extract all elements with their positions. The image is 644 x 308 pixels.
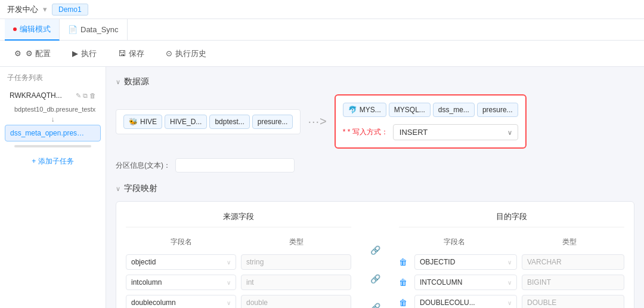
mapping-divider: 🔗 🔗 🔗 — [363, 211, 387, 308]
field-mapping-table: 来源字段 字段名 类型 objectid ∨ string — [116, 201, 634, 308]
datasource-header: ∨ 数据源 — [116, 76, 634, 87]
source-tag-presure[interactable]: presure... — [252, 115, 293, 129]
partition-label: 分区信息(文本)： — [116, 161, 171, 171]
target-row-0: 🗑 OBJECTID ∨ VARCHAR — [399, 254, 624, 270]
target-name-1[interactable]: INTCOLUMN ∨ — [414, 275, 517, 290]
source-name-1[interactable]: intcolumn ∨ — [126, 275, 236, 290]
active-item-name: dss_meta_open.presure_t... — [10, 129, 88, 137]
chevron-icon: ∨ — [507, 259, 512, 266]
edit-icon[interactable]: ✎ — [76, 92, 81, 100]
field-mapping-toggle[interactable]: ∨ — [116, 185, 120, 193]
partition-row: 分区信息(文本)： — [116, 158, 634, 173]
link-icon-2[interactable]: 🔗 — [370, 303, 380, 308]
source-tag-hived[interactable]: HIVE_D... — [165, 115, 207, 129]
history-icon: ⊙ — [166, 49, 172, 58]
target-name-2[interactable]: DOUBLECOLU... ∨ — [414, 295, 517, 308]
chevron-icon: ∨ — [227, 279, 231, 286]
chevron-icon: ∨ — [227, 259, 231, 266]
copy-icon[interactable]: ⧉ — [83, 92, 88, 100]
source-type-header: 类型 — [241, 235, 351, 250]
sidebar-sub-label: bdptest10_db.presure_testx — [5, 104, 100, 114]
target-row-1: 🗑 INTCOLUMN ∨ BIGINT — [399, 275, 624, 290]
tab-datasync[interactable]: 📄 Data_Sync — [60, 19, 128, 41]
source-tag-bdptest[interactable]: bdptest... — [209, 115, 249, 129]
delete-row-0[interactable]: 🗑 — [399, 257, 407, 267]
source-row-1: intcolumn ∨ int — [126, 275, 351, 290]
target-tag-mys[interactable]: 🐬 MYS... — [343, 103, 386, 117]
datasource-toggle[interactable]: ∨ — [116, 78, 120, 86]
write-mode-select-wrapper: INSERT REPLACE UPDATE ∨ — [393, 124, 518, 140]
partition-input[interactable] — [175, 158, 295, 173]
target-col: 目的字段 字段名 类型 🗑 OBJECTID ∨ VARCHAR — [399, 211, 624, 308]
save-button[interactable]: 🖫 保存 — [113, 46, 149, 61]
main-layout: 子任务列表 RWKRAAQTH... ✎ ⧉ 🗑 bdptest10_db.pr… — [0, 67, 644, 308]
config-button[interactable]: ⚙ ⚙ 配置 — [10, 46, 55, 61]
play-icon: ▶ — [72, 49, 78, 58]
item-name: RWKRAAQTH... — [10, 91, 62, 100]
target-col-header: 目的字段 — [399, 211, 624, 227]
target-type-1: BIGINT — [522, 275, 624, 290]
source-col-header: 来源字段 — [126, 211, 351, 227]
source-tag-hive[interactable]: 🐝 HIVE — [123, 115, 162, 129]
source-col: 来源字段 字段名 类型 objectid ∨ string — [126, 211, 351, 308]
target-tag-mysql[interactable]: MYSQL... — [389, 103, 431, 117]
target-type-header: 类型 — [514, 235, 624, 250]
write-mode-select[interactable]: INSERT REPLACE UPDATE — [393, 124, 518, 140]
target-subheaders: 字段名 类型 — [399, 235, 624, 250]
dot-indicator — [13, 27, 17, 31]
gear-icon: ⚙ — [14, 49, 21, 58]
target-box: 🐬 MYS... MYSQL... dss_me... presure... — [335, 94, 527, 149]
tab-bar: 编辑模式 📄 Data_Sync — [0, 19, 644, 41]
tab-edit-mode[interactable]: 编辑模式 — [5, 19, 60, 41]
delete-row-1[interactable]: 🗑 — [399, 278, 407, 287]
target-row-2: 🗑 DOUBLECOLU... ∨ DOUBLE — [399, 295, 624, 308]
target-name-0[interactable]: OBJECTID ∨ — [414, 254, 517, 270]
sidebar-item-rwkraaqth[interactable]: RWKRAAQTH... ✎ ⧉ 🗑 — [5, 88, 101, 103]
source-row-0: objectid ∨ string — [126, 254, 351, 270]
source-name-0[interactable]: objectid ∨ — [126, 254, 236, 270]
source-type-1: int — [241, 275, 351, 290]
link-icon-0[interactable]: 🔗 — [370, 245, 380, 255]
mysql-icon: 🐬 — [348, 106, 357, 114]
chevron-icon: ∨ — [507, 279, 512, 286]
source-row-2: doublecolumn ∨ double — [126, 295, 351, 308]
mapping-columns: 来源字段 字段名 类型 objectid ∨ string — [126, 211, 624, 308]
chevron-icon: ∨ — [227, 300, 231, 306]
source-fieldname-header: 字段名 — [126, 235, 236, 250]
datasource-area: 🐝 HIVE HIVE_D... bdptest... presure... ·… — [116, 94, 634, 149]
top-bar: 开发中心 ▾ Demo1 — [0, 0, 644, 19]
source-type-2: double — [241, 295, 351, 308]
sidebar: 子任务列表 RWKRAAQTH... ✎ ⧉ 🗑 bdptest10_db.pr… — [0, 67, 106, 308]
execute-button[interactable]: ▶ 执行 — [67, 46, 101, 61]
target-tags: 🐬 MYS... MYSQL... dss_me... presure... — [343, 103, 518, 117]
demo-tab[interactable]: Demo1 — [52, 4, 88, 16]
sidebar-item-active[interactable]: dss_meta_open.presure_t... — [5, 125, 101, 141]
write-mode-label: * 写入方式： — [343, 127, 388, 137]
brand-label: 开发中心 — [7, 4, 38, 15]
toolbar: ⚙ ⚙ 配置 ▶ 执行 🖫 保存 ⊙ 执行历史 — [0, 41, 644, 67]
field-mapping-section: ∨ 字段映射 来源字段 字段名 类型 objectid — [116, 183, 634, 308]
save-icon: 🖫 — [118, 49, 126, 58]
target-type-2: DOUBLE — [522, 295, 624, 308]
datasource-title: 数据源 — [124, 76, 149, 87]
history-button[interactable]: ⊙ 执行历史 — [161, 46, 211, 61]
add-task-button[interactable]: + 添加子任务 — [5, 153, 101, 170]
sidebar-arrow: ↓ — [5, 114, 101, 125]
field-mapping-header: ∨ 字段映射 — [116, 183, 634, 194]
delete-row-2[interactable]: 🗑 — [399, 298, 407, 307]
sidebar-title: 子任务列表 — [5, 73, 101, 83]
target-fieldname-header: 字段名 — [399, 235, 509, 250]
chevron-icon: ∨ — [507, 300, 512, 306]
source-subheaders: 字段名 类型 — [126, 235, 351, 250]
source-box: 🐝 HIVE HIVE_D... bdptest... presure... — [116, 109, 301, 134]
source-name-2[interactable]: doublecolumn ∨ — [126, 295, 236, 308]
target-tag-dssme[interactable]: dss_me... — [433, 103, 475, 117]
hive-icon: 🐝 — [129, 118, 138, 126]
write-mode-row: * 写入方式： INSERT REPLACE UPDATE ∨ — [343, 124, 518, 140]
field-mapping-title: 字段映射 — [124, 183, 157, 194]
target-type-0: VARCHAR — [522, 254, 624, 270]
target-tag-presure2[interactable]: presure... — [477, 103, 518, 117]
delete-icon[interactable]: 🗑 — [89, 92, 96, 100]
link-icon-1[interactable]: 🔗 — [370, 274, 380, 284]
transfer-arrow: ···> — [308, 115, 327, 128]
